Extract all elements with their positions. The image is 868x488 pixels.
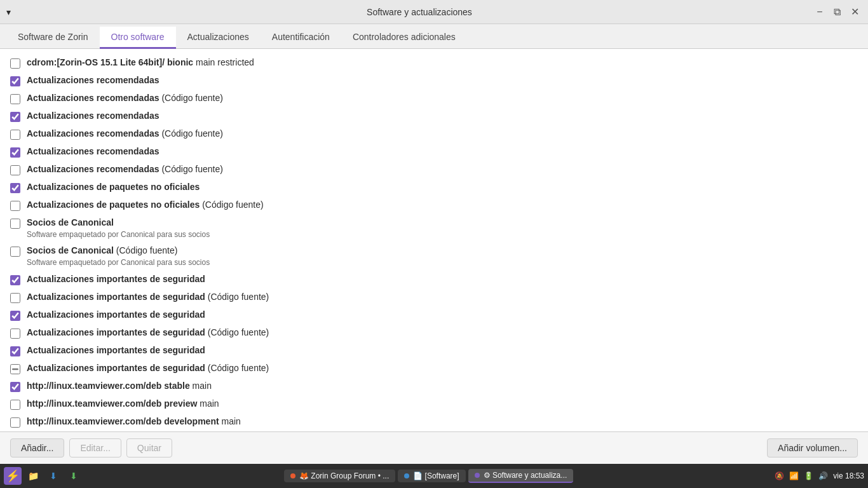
list-item[interactable]: Actualizaciones recomendadas (Código fue… [0,161,868,179]
taskbar-app-forum-label: 🦊 Zorin Group Forum • ... [299,471,389,480]
tab-software-zorin[interactable]: Software de Zorin [6,27,100,49]
taskbar-app-updates-label: ⚙ Software y actualiza... [484,471,567,480]
wifi-icon[interactable]: 📶 [789,471,799,480]
list-item-text: Actualizaciones recomendadas [27,146,159,158]
app-dot-software-edit [404,473,409,478]
list-item-text: Actualizaciones recomendadas [27,110,159,123]
list-item-text: cdrom:[Zorin-OS 15.1 Lite 64bit]/ bionic… [27,57,254,69]
list-item-checkbox[interactable] [10,94,20,104]
list-item-text: http://linux.teamviewer.com/deb developm… [27,416,241,428]
list-item[interactable]: Actualizaciones recomendadas [0,72,868,90]
list-item[interactable]: http://linux.teamviewer.com/deb stable m… [0,377,868,395]
list-item-checkbox[interactable] [10,275,20,285]
list-item-checkbox[interactable] [10,311,20,321]
list-item-text: http://linux.teamviewer.com/deb stable m… [27,380,212,393]
notification-bell[interactable]: 🔕 [775,471,784,480]
tab-otro-software[interactable]: Otro software [100,27,176,49]
list-item[interactable]: Actualizaciones de paquetes no oficiales [0,179,868,196]
tab-actualizaciones[interactable]: Actualizaciones [176,27,261,49]
clock[interactable]: vie 18:53 [833,471,864,480]
list-item-checkbox[interactable] [10,364,20,374]
list-item-checkbox[interactable] [10,201,20,211]
bottom-bar: Añadir... Editar... Quitar Añadir volume… [0,431,868,464]
list-item-checkbox[interactable] [10,400,20,410]
list-item-text: Actualizaciones recomendadas [27,74,159,87]
menu-icon[interactable]: ▾ [6,7,11,17]
list-item-checkbox[interactable] [10,417,20,428]
list-item[interactable]: Actualizaciones importantes de seguridad [0,271,868,288]
list-item[interactable]: Actualizaciones recomendadas (Código fue… [0,90,868,107]
tab-controladores[interactable]: Controladores adicionales [341,27,467,49]
taskbar-app-forum[interactable]: 🦊 Zorin Group Forum • ... [284,470,395,482]
app-dot-forum [290,473,295,478]
list-item-checkbox[interactable] [10,293,20,303]
list-item[interactable]: Actualizaciones recomendadas [0,143,868,161]
list-item[interactable]: Actualizaciones de paquetes no oficiales… [0,196,868,214]
add-button[interactable]: Añadir... [10,438,64,458]
list-item-text: Socios de CanonicalSoftware empaquetado … [27,217,210,240]
main-window: ▾ Software y actualizaciones − ⧉ ✕ Softw… [0,0,868,488]
files-icon[interactable]: 📁 [24,467,42,485]
list-item-text: Actualizaciones recomendadas (Código fue… [27,128,223,140]
add-volume-button[interactable]: Añadir volumen... [767,438,858,458]
window-title: Software y actualizaciones [367,7,472,17]
list-item-checkbox[interactable] [10,219,20,229]
remove-button[interactable]: Quitar [126,438,172,458]
list-item-text: Actualizaciones importantes de seguridad… [27,291,269,304]
download-icon-2[interactable]: ⬇ [65,467,83,485]
taskbar-center: 🦊 Zorin Group Forum • ... 📄 [Software] ⚙… [284,469,573,483]
list-item[interactable]: cdrom:[Zorin-OS 15.1 Lite 64bit]/ bionic… [0,54,868,72]
list-item-text: Actualizaciones importantes de seguridad… [27,327,269,339]
window-controls: − ⧉ ✕ [813,6,862,18]
list-item-text: Actualizaciones importantes de seguridad [27,309,205,322]
list-item-checkbox[interactable] [10,130,20,140]
list-item-checkbox[interactable] [10,346,20,356]
list-item[interactable]: Actualizaciones recomendadas [0,107,868,125]
minimize-button[interactable]: − [813,6,826,18]
titlebar-menu[interactable]: ▾ [6,7,25,17]
list-item[interactable]: http://linux.teamviewer.com/deb preview … [0,395,868,413]
list-item-checkbox[interactable] [10,112,20,122]
taskbar-right: 🔕 📶 🔋 🔊 vie 18:53 [775,471,864,480]
list-item[interactable]: Actualizaciones importantes de seguridad… [0,360,868,377]
list-item-checkbox[interactable] [10,165,20,175]
list-item-checkbox[interactable] [10,247,20,257]
list-item-checkbox[interactable] [10,76,20,86]
volume-icon[interactable]: 🔊 [818,471,828,480]
edit-button[interactable]: Editar... [69,438,121,458]
taskbar-left: ⚡ 📁 ⬇ ⬇ [4,467,83,485]
list-item-text: Socios de Canonical (Código fuente)Softw… [27,245,210,268]
taskbar-app-software-updates[interactable]: ⚙ Software y actualiza... [468,469,574,483]
close-button[interactable]: ✕ [849,6,862,18]
list-item-checkbox[interactable] [10,183,20,193]
taskbar: ⚡ 📁 ⬇ ⬇ 🦊 Zorin Group Forum • ... 📄 [Sof… [0,464,868,488]
list-item-checkbox[interactable] [10,382,20,392]
list-item-checkbox[interactable] [10,329,20,339]
list-item[interactable]: Actualizaciones importantes de seguridad… [0,288,868,306]
list-item[interactable]: Actualizaciones importantes de seguridad [0,306,868,324]
sources-list[interactable]: cdrom:[Zorin-OS 15.1 Lite 64bit]/ bionic… [0,49,868,431]
list-item-checkbox[interactable] [10,58,20,69]
taskbar-app-software-edit[interactable]: 📄 [Software] [398,470,465,482]
taskbar-app-software-edit-label: 📄 [Software] [413,471,459,480]
list-item-text: Actualizaciones de paquetes no oficiales [27,181,200,194]
list-item-text: http://linux.teamviewer.com/deb preview … [27,398,219,410]
restore-button[interactable]: ⧉ [831,6,844,18]
list-item[interactable]: Socios de Canonical (Código fuente)Softw… [0,242,868,270]
list-item[interactable]: Actualizaciones importantes de seguridad [0,342,868,360]
tab-bar: Software de Zorin Otro software Actualiz… [0,24,868,49]
download-icon-1[interactable]: ⬇ [44,467,62,485]
battery-icon[interactable]: 🔋 [804,471,813,480]
tab-autentificacion[interactable]: Autentificación [261,27,341,49]
app-dot-updates [475,473,480,478]
list-item-text: Actualizaciones recomendadas (Código fue… [27,92,223,105]
list-item[interactable]: Socios de CanonicalSoftware empaquetado … [0,214,868,242]
list-item-text: Actualizaciones importantes de seguridad [27,273,205,286]
list-item-text: Actualizaciones importantes de seguridad [27,344,205,357]
list-item[interactable]: Actualizaciones recomendadas (Código fue… [0,125,868,143]
zorin-menu-icon[interactable]: ⚡ [4,467,22,485]
main-content: cdrom:[Zorin-OS 15.1 Lite 64bit]/ bionic… [0,49,868,464]
list-item[interactable]: http://linux.teamviewer.com/deb developm… [0,413,868,431]
list-item-checkbox[interactable] [10,147,20,158]
list-item[interactable]: Actualizaciones importantes de seguridad… [0,324,868,342]
